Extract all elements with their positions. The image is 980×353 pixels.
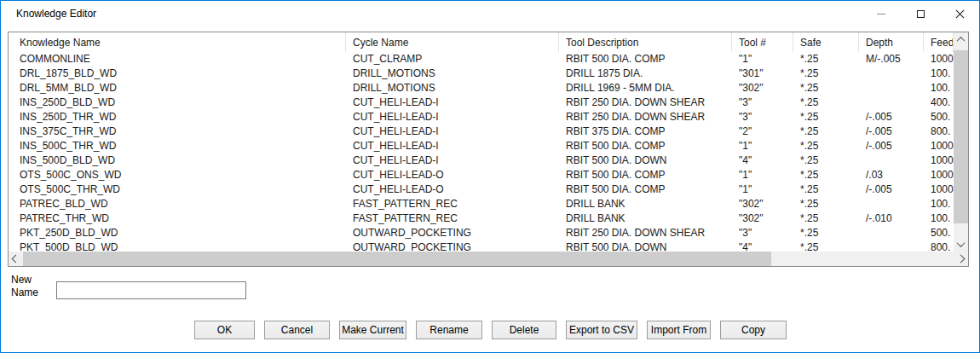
maximize-button[interactable] (901, 1, 940, 26)
cell-knowledge-name: OTS_500C_ONS_WD (9, 168, 346, 182)
cell-safe: *.25 (793, 95, 859, 110)
window-title: Knowledge Editor (16, 8, 96, 20)
cell-safe: *.25 (793, 226, 859, 240)
title-bar[interactable]: Knowledge Editor (1, 1, 979, 31)
table-row[interactable]: PKT_500D_BLD_WDOUTWARD_POCKETINGRBIT 500… (9, 240, 954, 252)
cell-safe: *.25 (793, 182, 859, 197)
cell-safe: *.25 (793, 211, 859, 226)
cell-tool-description: DRILL 1969 - 5MM DIA. (559, 81, 732, 95)
ok-button[interactable]: OK (194, 321, 255, 339)
cell-depth: M/-.005 (859, 52, 924, 67)
cell-cycle-name: CUT_CLRAMP (346, 52, 559, 67)
cell-tool-description: RBIT 500 DIA. DOWN (559, 240, 732, 252)
cell-tool-description: RBIT 250 DIA. DOWN SHEAR (559, 110, 732, 124)
cell-cycle-name: FAST_PATTERN_REC (346, 211, 559, 226)
table-row[interactable]: OTS_500C_THR_WDCUT_HELI-LEAD-ORBIT 500 D… (9, 182, 954, 197)
horizontal-scrollbar[interactable] (9, 252, 968, 266)
table-row[interactable]: INS_250D_THR_WDCUT_HELI-LEAD-IRBIT 250 D… (9, 110, 954, 124)
list-rows: COMMONLINECUT_CLRAMPRBIT 500 DIA. COMP"1… (9, 52, 954, 252)
cell-tool-number: "4" (732, 153, 793, 168)
make-current-button[interactable]: Make Current (339, 321, 406, 339)
cell-feed: 500. (924, 110, 954, 124)
cell-tool-description: RBIT 250 DIA. DOWN SHEAR (559, 226, 732, 240)
column-header-tool-description[interactable]: Tool Description (559, 32, 732, 52)
cell-knowledge-name: PATREC_THR_WD (9, 211, 346, 226)
cell-knowledge-name: PKT_250D_BLD_WD (9, 226, 346, 240)
cell-tool-number: "301" (732, 67, 793, 81)
table-row[interactable]: INS_250D_BLD_WDCUT_HELI-LEAD-IRBIT 250 D… (9, 95, 954, 110)
table-row[interactable]: DRL_1875_BLD_WDDRILL_MOTIONSDRILL 1875 D… (9, 67, 954, 81)
column-header-tool[interactable]: Tool # (732, 32, 793, 52)
scroll-down-button[interactable] (954, 237, 968, 252)
cell-depth (859, 153, 924, 168)
close-button[interactable] (940, 1, 979, 26)
column-header-depth[interactable]: Depth (859, 32, 924, 52)
cell-depth (859, 81, 924, 95)
cell-safe: *.25 (793, 139, 859, 153)
vertical-scrollbar-thumb[interactable] (954, 50, 968, 223)
table-row[interactable]: INS_500D_BLD_WDCUT_HELI-LEAD-IRBIT 500 D… (9, 153, 954, 168)
cell-safe: *.25 (793, 124, 859, 139)
cell-knowledge-name: INS_500C_THR_WD (9, 139, 346, 153)
cell-depth: /-.005 (859, 110, 924, 124)
cell-depth: /-.005 (859, 139, 924, 153)
rename-button[interactable]: Rename (416, 321, 482, 339)
cell-cycle-name: DRILL_MOTIONS (346, 67, 559, 81)
cell-tool-description: DRILL BANK (559, 197, 732, 211)
cell-knowledge-name: PATREC_BLD_WD (9, 197, 346, 211)
cell-feed: 800. (924, 124, 954, 139)
cell-safe: *.25 (793, 67, 859, 81)
cell-cycle-name: CUT_HELI-LEAD-I (346, 95, 559, 110)
cell-knowledge-name: INS_250D_THR_WD (9, 110, 346, 124)
cell-tool-number: "302" (732, 81, 793, 95)
cell-depth (859, 226, 924, 240)
table-row[interactable]: PKT_250D_BLD_WDOUTWARD_POCKETINGRBIT 250… (9, 226, 954, 240)
column-header-cycle-name[interactable]: Cycle Name (346, 32, 559, 52)
cell-depth (859, 67, 924, 81)
scroll-left-button[interactable] (9, 252, 23, 266)
table-row[interactable]: INS_500C_THR_WDCUT_HELI-LEAD-IRBIT 500 D… (9, 139, 954, 153)
scroll-up-button[interactable] (954, 32, 968, 47)
table-row[interactable]: INS_375C_THR_WDCUT_HELI-LEAD-IRBIT 375 D… (9, 124, 954, 139)
cell-tool-number: "302" (732, 197, 793, 211)
column-header-knowledge-name[interactable]: Knowledge Name (9, 32, 346, 52)
table-row[interactable]: PATREC_BLD_WDFAST_PATTERN_RECDRILL BANK"… (9, 197, 954, 211)
cell-safe: *.25 (793, 168, 859, 182)
delete-button[interactable]: Delete (492, 321, 556, 339)
cell-tool-description: RBIT 500 DIA. DOWN (559, 153, 732, 168)
cell-safe: *.25 (793, 81, 859, 95)
copy-button[interactable]: Copy (720, 321, 787, 339)
column-header-safe[interactable]: Safe (793, 32, 859, 52)
minimize-button[interactable] (862, 1, 901, 26)
column-header-feed[interactable]: Feed (924, 32, 954, 52)
cell-feed: 400. (924, 95, 954, 110)
button-row: OKCancelMake CurrentRenameDeleteExport t… (194, 321, 787, 339)
cell-depth (859, 95, 924, 110)
import-from-button[interactable]: Import From (647, 321, 711, 339)
cell-cycle-name: CUT_HELI-LEAD-I (346, 124, 559, 139)
cell-tool-description: RBIT 250 DIA. DOWN SHEAR (559, 95, 732, 110)
cell-cycle-name: CUT_HELI-LEAD-I (346, 139, 559, 153)
cell-tool-number: "2" (732, 124, 793, 139)
horizontal-scrollbar-thumb[interactable] (23, 252, 771, 266)
export-to-csv-button[interactable]: Export to CSV (566, 321, 637, 339)
cell-tool-number: "4" (732, 240, 793, 252)
table-row[interactable]: PATREC_THR_WDFAST_PATTERN_RECDRILL BANK"… (9, 211, 954, 226)
cell-knowledge-name: INS_250D_BLD_WD (9, 95, 346, 110)
cell-tool-description: DRILL 1875 DIA. (559, 67, 732, 81)
vertical-scrollbar[interactable] (954, 32, 968, 252)
cell-safe: *.25 (793, 197, 859, 211)
table-row[interactable]: COMMONLINECUT_CLRAMPRBIT 500 DIA. COMP"1… (9, 52, 954, 67)
cell-knowledge-name: DRL_5MM_BLD_WD (9, 81, 346, 95)
cell-knowledge-name: DRL_1875_BLD_WD (9, 67, 346, 81)
table-row[interactable]: OTS_500C_ONS_WDCUT_HELI-LEAD-ORBIT 500 D… (9, 168, 954, 182)
table-row[interactable]: DRL_5MM_BLD_WDDRILL_MOTIONSDRILL 1969 - … (9, 81, 954, 95)
cell-cycle-name: DRILL_MOTIONS (346, 81, 559, 95)
new-name-input[interactable] (56, 281, 246, 299)
cancel-button[interactable]: Cancel (264, 321, 330, 339)
cell-cycle-name: CUT_HELI-LEAD-I (346, 153, 559, 168)
scroll-right-button[interactable] (954, 252, 968, 266)
cell-tool-description: RBIT 500 DIA. COMP (559, 182, 732, 197)
cell-depth: /-.005 (859, 124, 924, 139)
cell-tool-description: DRILL BANK (559, 211, 732, 226)
